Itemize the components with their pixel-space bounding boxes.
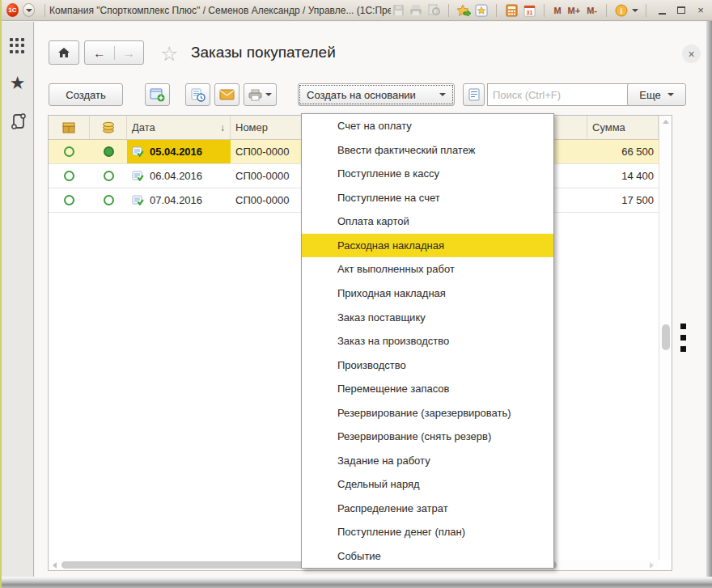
chevron-down-icon (265, 93, 272, 96)
copy-button[interactable] (145, 83, 170, 106)
home-icon (57, 47, 70, 58)
document-clock-icon (190, 88, 206, 102)
scroll-left-icon[interactable] (53, 562, 57, 569)
payment-status-cell[interactable] (90, 140, 127, 163)
status-circle-empty-icon (64, 195, 74, 205)
menu-item-piecework-order[interactable]: Сдельный наряд (302, 472, 553, 497)
memory-recall-button[interactable]: M (552, 6, 562, 15)
payment-status-cell[interactable] (90, 164, 127, 188)
document-posted-icon (132, 146, 144, 157)
calendar-icon[interactable]: 31 (522, 3, 536, 18)
scroll-up-icon[interactable] (663, 120, 669, 124)
form-close-button[interactable]: × (682, 44, 701, 63)
status-circle-empty-icon (104, 195, 114, 205)
favorites-icon[interactable] (474, 3, 489, 18)
minimize-button[interactable] (654, 3, 670, 18)
report-icon (468, 88, 480, 101)
memory-add-button[interactable]: M+ (566, 6, 583, 15)
window-right-border (706, 21, 712, 588)
column-header-payment[interactable] (90, 116, 127, 139)
chevron-down-icon[interactable] (632, 9, 638, 12)
date-value: 05.04.2016 (150, 146, 202, 158)
reports-button[interactable] (463, 83, 485, 106)
shipment-status-cell[interactable] (49, 188, 90, 212)
svg-text:i: i (621, 6, 623, 15)
menu-item-completed-work-act[interactable]: Акт выполненных работ (302, 257, 553, 281)
create-based-on-label: Создать на основании (307, 89, 416, 101)
close-button[interactable]: × (693, 3, 709, 18)
number-value: СП00-0000 (235, 170, 289, 182)
scroll-right-icon[interactable] (650, 562, 654, 569)
all-functions-menu-icon[interactable] (10, 38, 26, 54)
more-button[interactable]: Еще (627, 83, 686, 106)
create-based-on-button[interactable]: Создать на основании (298, 83, 455, 106)
main-menu-button[interactable] (23, 3, 35, 17)
titlebar-separator (606, 4, 607, 17)
window-title: Компания "Спорткомплекс Плюс" / Семенов … (49, 5, 391, 16)
favorites-panel-icon[interactable]: ★ (10, 75, 26, 91)
payment-status-cell[interactable] (90, 188, 127, 212)
document-posted-icon (132, 195, 144, 205)
save-icon[interactable] (391, 3, 405, 18)
menu-item-account-receipt[interactable]: Поступление на счет (302, 186, 553, 210)
column-header-shipment[interactable] (49, 116, 90, 139)
maximize-button[interactable] (673, 3, 689, 18)
menu-item-cash-receipt[interactable]: Поступление в кассу (302, 162, 553, 186)
sum-cell[interactable]: 17 500 (587, 188, 659, 212)
menu-item-event[interactable]: Событие (302, 544, 553, 569)
print-menu-button[interactable] (244, 83, 277, 106)
menu-item-production-order[interactable]: Заказ на производство (302, 329, 553, 353)
history-panel-icon[interactable] (10, 112, 26, 133)
menu-item-stock-transfer[interactable]: Перемещение запасов (302, 377, 553, 401)
calculator-icon[interactable] (504, 3, 519, 18)
add-favorite-icon[interactable] (456, 3, 471, 18)
menu-item-unreserve[interactable]: Резервирование (снять резерв) (302, 425, 553, 449)
home-button[interactable] (49, 40, 79, 65)
status-circle-filled-icon (104, 146, 114, 157)
sum-cell[interactable]: 66 500 (587, 140, 659, 163)
vertical-scroll-thumb[interactable] (662, 324, 670, 350)
sort-descending-icon: ↓ (220, 122, 225, 133)
send-email-button[interactable] (214, 83, 239, 106)
search-input[interactable] (487, 83, 640, 106)
menu-item-work-task[interactable]: Задание на работу (302, 448, 553, 472)
menu-item-supplier-order[interactable]: Заказ поставщику (302, 305, 553, 329)
print-icon[interactable] (409, 3, 423, 18)
menu-item-invoice[interactable]: Счет на оплату (302, 114, 553, 138)
sum-value: 14 400 (621, 170, 654, 182)
menu-item-card-payment[interactable]: Оплата картой (302, 209, 553, 234)
memory-subtract-button[interactable]: M- (585, 6, 599, 15)
vertical-scrollbar[interactable] (659, 116, 672, 560)
menu-item-receipt-invoice[interactable]: Приходная накладная (302, 281, 553, 306)
titlebar[interactable]: 1С Компания "Спорткомплекс Плюс" / Семен… (2, 0, 712, 21)
menu-item-reserve[interactable]: Резервирование (зарезервировать) (302, 400, 553, 425)
date-cell[interactable]: 07.04.2016 (127, 188, 231, 212)
date-cell[interactable]: 06.04.2016 (127, 164, 231, 188)
forward-button[interactable]: → (115, 46, 144, 60)
date-value: 07.04.2016 (150, 194, 202, 206)
favorite-star-icon[interactable]: ☆ (160, 42, 178, 66)
status-circle-empty-icon (104, 171, 114, 181)
menu-item-actual-payment[interactable]: Ввести фактический платеж (302, 138, 553, 163)
shipment-status-cell[interactable] (49, 140, 90, 163)
sum-value: 17 500 (621, 194, 654, 206)
panel-splitter-handle[interactable] (680, 324, 687, 357)
search-box: × (487, 83, 619, 106)
titlebar-separator (646, 4, 646, 17)
menu-item-production[interactable]: Производство (302, 353, 553, 377)
menu-item-planned-money-receipt[interactable]: Поступление денег (план) (302, 520, 553, 544)
info-icon[interactable]: i (614, 3, 629, 18)
date-cell[interactable]: 05.04.2016 (127, 140, 231, 163)
column-header-date[interactable]: Дата ↓ (127, 116, 231, 139)
menu-item-expense-invoice[interactable]: Расходная накладная (302, 234, 553, 258)
shipment-status-cell[interactable] (49, 164, 90, 188)
sum-cell[interactable]: 14 400 (587, 164, 659, 188)
menu-item-cost-allocation[interactable]: Распределение затрат (302, 497, 553, 521)
chevron-down-icon (439, 93, 446, 96)
column-header-sum[interactable]: Сумма (587, 116, 659, 139)
date-column-label: Дата (132, 121, 155, 133)
back-button[interactable]: ← (85, 46, 115, 60)
set-deadline-button[interactable] (185, 83, 210, 106)
create-button[interactable]: Создать (49, 83, 123, 106)
print-preview-icon[interactable] (426, 3, 441, 18)
